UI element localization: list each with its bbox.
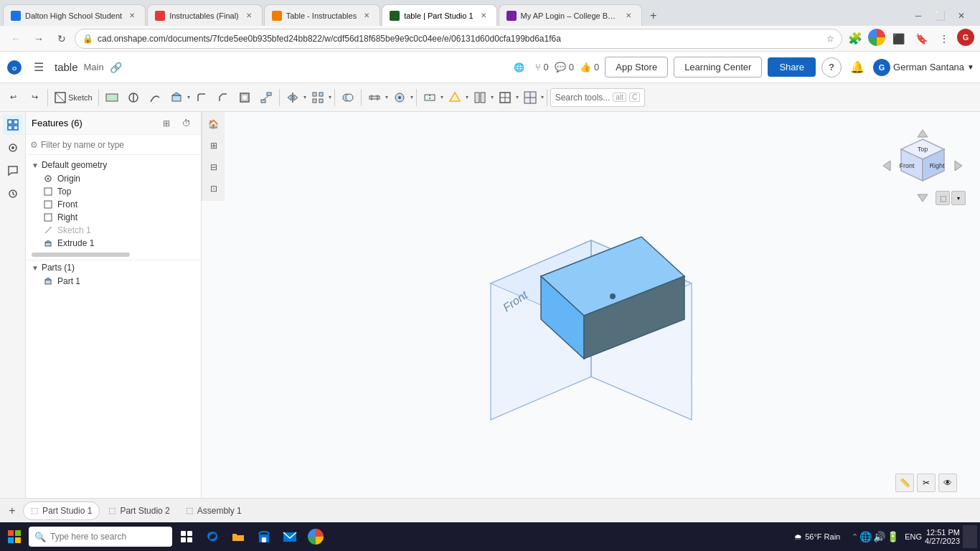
measure-tool-button[interactable]: 📏 (895, 474, 914, 492)
sketch-button[interactable]: Sketch (51, 87, 95, 108)
tree-item-front[interactable]: Front (26, 198, 201, 211)
browser-tab-1[interactable]: Dalton High School Student ✕ (3, 4, 146, 26)
app-store-button[interactable]: App Store (605, 57, 668, 77)
render-button[interactable] (445, 87, 465, 108)
profile-avatar[interactable]: G (957, 29, 974, 46)
store-icon[interactable] (253, 525, 275, 548)
tab-5-close[interactable]: ✕ (623, 10, 634, 22)
tree-item-sketch1[interactable]: Sketch 1 (26, 224, 201, 237)
extensions2-button[interactable]: ⬛ (888, 29, 908, 49)
tab-4-close[interactable]: ✕ (478, 10, 489, 22)
pattern-arrow[interactable]: ▾ (329, 94, 331, 100)
section-tool-button[interactable]: ✂ (917, 474, 936, 492)
tab-3-close[interactable]: ✕ (361, 10, 372, 22)
right-panel-btn-2[interactable]: ⊞ (204, 136, 223, 155)
close-window-button[interactable]: ✕ (951, 6, 971, 26)
loft-button[interactable] (256, 87, 276, 108)
tree-item-right[interactable]: Right (26, 211, 201, 224)
tree-item-origin[interactable]: Origin (26, 172, 201, 185)
view-dropdown-button[interactable]: ▾ (951, 191, 966, 205)
globe-icon[interactable]: 🌐 (509, 57, 529, 77)
sidebar-comments-icon[interactable] (3, 161, 23, 181)
minimize-button[interactable]: ─ (908, 6, 928, 26)
mirror-arrow[interactable]: ▾ (303, 94, 306, 100)
measure-button[interactable] (364, 87, 385, 108)
search-tools-input[interactable]: Search tools... alt C (550, 88, 646, 107)
boolean-button[interactable] (338, 87, 358, 108)
show-desktop-button[interactable] (963, 525, 977, 548)
section-button[interactable] (420, 87, 440, 108)
part-studio-1-tab[interactable]: ⬚ Part Studio 1 (23, 501, 100, 520)
viewport[interactable]: Top Front Right ⬚ ▾ F (202, 112, 980, 498)
extra-button[interactable] (520, 87, 540, 108)
share-button[interactable]: Share (768, 57, 816, 77)
bookmark-button[interactable]: 🔖 (911, 29, 931, 49)
forward-button[interactable]: → (29, 29, 49, 49)
pattern-dropdown[interactable]: ▾ (308, 87, 331, 108)
edge-browser-icon[interactable] (201, 525, 224, 548)
render-arrow[interactable]: ▾ (466, 94, 468, 100)
browser-tab-5[interactable]: My AP Login – College Boar... ✕ (499, 4, 642, 26)
user-name[interactable]: G German Santana ▼ (873, 59, 974, 76)
right-panel-btn-3[interactable]: ⊟ (204, 158, 223, 176)
display-arrow[interactable]: ▾ (410, 94, 413, 100)
shell-button[interactable] (235, 87, 255, 108)
network-icon[interactable]: 🌐 (859, 531, 872, 542)
taskbar-search-input[interactable] (50, 532, 166, 542)
filter-input[interactable] (41, 140, 197, 150)
chrome-taskbar-icon[interactable] (304, 525, 327, 548)
add-tab-button[interactable]: + (3, 501, 22, 520)
task-view-button[interactable] (175, 525, 198, 548)
new-tab-button[interactable]: + (644, 6, 664, 26)
transform-arrow[interactable]: ▾ (516, 94, 519, 100)
start-button[interactable] (3, 525, 26, 548)
features-scrollbar-thumb[interactable] (32, 253, 130, 257)
measure-dropdown[interactable]: ▾ (364, 87, 388, 108)
view-mode-button[interactable]: ⬚ (936, 191, 950, 205)
redo-button[interactable]: ↪ (24, 87, 44, 108)
menu-button[interactable]: ⋮ (934, 29, 954, 49)
sweep-button[interactable] (145, 87, 165, 108)
mail-icon[interactable] (278, 525, 301, 548)
extrude-arrow[interactable]: ▾ (187, 94, 190, 100)
extra-dropdown[interactable]: ▾ (520, 87, 544, 108)
section-dropdown[interactable]: ▾ (420, 87, 443, 108)
parts-header[interactable]: ▼ Parts (1) (26, 260, 201, 275)
transform-dropdown[interactable]: ▾ (495, 87, 519, 108)
extensions-button[interactable]: 🧩 (845, 29, 865, 49)
browser-tab-4[interactable]: table | Part Studio 1 ✕ (382, 4, 496, 26)
extra-arrow[interactable]: ▾ (541, 94, 544, 100)
default-geometry-header[interactable]: ▼ Default geometry (26, 158, 201, 172)
learning-center-button[interactable]: Learning Center (674, 57, 762, 77)
link-icon[interactable]: 🔗 (110, 62, 122, 73)
taskbar-search[interactable]: 🔍 (29, 527, 172, 547)
display-dropdown[interactable]: ▾ (390, 87, 413, 108)
tab-2-close[interactable]: ✕ (243, 10, 255, 22)
fillet-button[interactable] (192, 87, 212, 108)
hamburger-button[interactable]: ☰ (29, 57, 49, 77)
view-dropdown[interactable]: ▾ (470, 87, 494, 108)
maximize-button[interactable]: ⬜ (930, 6, 950, 26)
tab-1-close[interactable]: ✕ (126, 10, 138, 22)
plane-button[interactable] (102, 87, 122, 108)
taskbar-time[interactable]: 12:51 PM 4/27/2023 (925, 528, 960, 545)
browser-tab-2[interactable]: Instructables (Final) ✕ (147, 4, 263, 26)
revolve-button[interactable] (123, 87, 143, 108)
pattern-button[interactable] (308, 87, 328, 108)
transform-button[interactable] (495, 87, 515, 108)
right-panel-btn-1[interactable]: 🏠 (204, 115, 223, 133)
refresh-button[interactable]: ↻ (52, 29, 72, 49)
render-dropdown[interactable]: ▾ (445, 87, 468, 108)
sidebar-history-icon[interactable] (3, 184, 23, 204)
help-button[interactable]: ? (821, 57, 842, 77)
assembly-1-tab[interactable]: ⬚ Assembly 1 (179, 501, 249, 520)
chamfer-button[interactable] (213, 87, 233, 108)
onshape-logo[interactable]: O (6, 59, 23, 76)
part-studio-2-tab[interactable]: ⬚ Part Studio 2 (101, 501, 176, 520)
view-button[interactable] (470, 87, 490, 108)
tree-item-extrude1[interactable]: Extrude 1 (26, 237, 201, 250)
sidebar-mate-icon[interactable] (3, 138, 23, 158)
extrude-dropdown[interactable]: ▾ (166, 87, 190, 108)
notification-button[interactable]: 🔔 (847, 57, 867, 77)
show-hidden-icons[interactable]: ⌃ (852, 532, 858, 542)
